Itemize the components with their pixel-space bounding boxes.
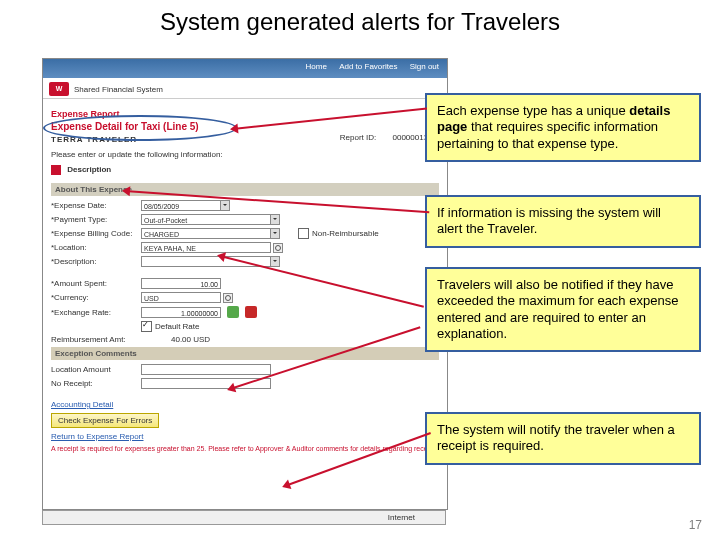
label-billcode: *Expense Billing Code: [51, 229, 141, 238]
input-location[interactable]: KEYA PAHA, NE [141, 242, 271, 253]
page-number: 17 [689, 518, 702, 532]
status-internet: Internet [388, 513, 415, 522]
flag-icon [51, 165, 61, 175]
nav-signout[interactable]: Sign out [410, 62, 439, 71]
link-accounting-detail[interactable]: Accounting Detail [51, 400, 113, 409]
checkbox-nonreimb[interactable] [298, 228, 309, 239]
callout-4: The system will notify the traveler when… [425, 412, 701, 465]
reimb-value: 40.00 USD [171, 335, 210, 344]
input-date[interactable]: 08/05/2009 [141, 200, 221, 211]
callout-1-text-a: Each expense type has a unique [437, 103, 629, 118]
callout-1-text-c: that requires specific information perta… [437, 119, 658, 150]
label-nonreimb: Non-Reimbursable [312, 229, 379, 238]
dropdown-icon[interactable] [271, 214, 280, 225]
dropdown-icon[interactable] [271, 228, 280, 239]
brand-text: Shared Financial System [74, 85, 163, 94]
label-locamt: Location Amount [51, 365, 141, 374]
report-id-label: Report ID: [340, 133, 376, 142]
input-paytype[interactable]: Out-of-Pocket [141, 214, 271, 225]
alert-label: Description [67, 165, 111, 174]
input-desc[interactable] [141, 256, 271, 267]
alert-row: Description [51, 165, 439, 175]
label-currency: *Currency: [51, 293, 141, 302]
brand-bar: W Shared Financial System [43, 78, 447, 99]
check-errors-button[interactable]: Check Expense For Errors [51, 413, 159, 428]
label-noreceipt: No Receipt: [51, 379, 141, 388]
label-location: *Location: [51, 243, 141, 252]
label-amount: *Amount Spent: [51, 279, 141, 288]
input-billcode[interactable]: CHARGED [141, 228, 271, 239]
dropdown-icon[interactable] [271, 256, 280, 267]
label-defrate: Default Rate [155, 322, 199, 331]
status-icon-red [245, 306, 257, 318]
nav-home[interactable]: Home [306, 62, 327, 71]
link-return[interactable]: Return to Expense Report [51, 432, 144, 441]
topbar: Home Add to Favorites Sign out [43, 59, 447, 78]
callout-1: Each expense type has a unique details p… [425, 93, 701, 162]
report-id: Report ID: 0000001397 [340, 133, 437, 142]
callout-2: If information is missing the system wil… [425, 195, 701, 248]
checkbox-defrate[interactable] [141, 321, 152, 332]
logo-icon: W [49, 82, 69, 96]
label-paytype: *Payment Type: [51, 215, 141, 224]
label-reimb: Reimbursement Amt: [51, 335, 141, 344]
section-about: About This Expense [51, 183, 439, 196]
input-locamt[interactable] [141, 364, 271, 375]
instruction-text: Please enter or update the following inf… [51, 150, 439, 159]
lookup-icon[interactable] [273, 243, 283, 253]
nav-worklist[interactable]: Add to Favorites [339, 62, 397, 71]
section-exception: Exception Comments [51, 347, 439, 360]
lookup-icon[interactable] [223, 293, 233, 303]
callout-3: Travelers will also be notified if they … [425, 267, 701, 352]
input-currency[interactable]: USD [141, 292, 221, 303]
input-xrate[interactable]: 1.00000000 [141, 307, 221, 318]
calendar-icon[interactable] [221, 200, 230, 211]
input-amount[interactable]: 10.00 [141, 278, 221, 289]
label-desc: *Description: [51, 257, 141, 266]
browser-status-bar: Internet [42, 510, 446, 525]
slide-title: System generated alerts for Travelers [0, 8, 720, 36]
label-date: *Expense Date: [51, 201, 141, 210]
label-xrate: *Exchange Rate: [51, 308, 141, 317]
status-icon-green [227, 306, 239, 318]
highlight-ellipse [43, 115, 237, 141]
